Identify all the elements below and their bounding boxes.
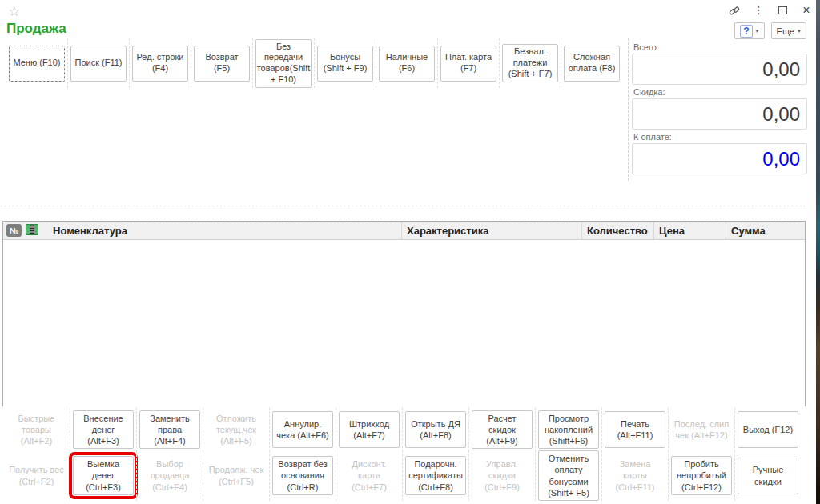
column-header-characteristic: Характеристика xyxy=(401,222,581,239)
sale-toolbar: Меню (F10) Поиск (F11) Ред. строки (F4) … xyxy=(6,38,622,88)
no-goods-transfer-button[interactable]: Без передачи товаров(Shift + F10) xyxy=(255,39,312,88)
barcode-button[interactable]: Штрихкод (Alt+F7) xyxy=(339,411,400,448)
print-button[interactable]: Печать (Alt+F11) xyxy=(605,411,665,448)
total-label: Всего: xyxy=(633,42,807,52)
bottom-bar-row1: Быстрые товары (Alt+F2) Внесение денег (… xyxy=(3,407,801,452)
link-icon[interactable] xyxy=(729,5,740,16)
edit-row-button[interactable]: Ред. строки (F4) xyxy=(132,46,188,82)
favorite-star-icon[interactable]: ☆ xyxy=(8,3,20,20)
cashless-payments-button[interactable]: Безнал. платежи (Shift + F7) xyxy=(502,44,558,82)
quick-goods-button: Быстрые товары (Alt+F2) xyxy=(6,410,67,450)
discount-label: Скидка: xyxy=(633,87,807,97)
column-header-nomenclature: Номенклатура xyxy=(48,222,401,239)
barcode-icon xyxy=(26,223,38,238)
bottom-bar-row2: Получить вес (Ctrl+F2) Выемка денег (Ctr… xyxy=(3,450,801,501)
help-button[interactable]: ? ▾ xyxy=(734,22,764,39)
column-header-sum: Сумма xyxy=(726,222,805,239)
search-button[interactable]: Поиск (F11) xyxy=(70,46,127,82)
open-cash-drawer-button[interactable]: Открыть ДЯ (Alt+F8) xyxy=(405,411,466,448)
separator xyxy=(0,206,806,206)
help-icon: ? xyxy=(740,25,752,38)
more-button[interactable]: Еще ▾ xyxy=(771,22,806,39)
separator xyxy=(0,218,806,218)
hold-receipt-button: Отложить текущ.чек (Alt+F5) xyxy=(206,410,267,450)
withdraw-money-button[interactable]: Выемка денег (Ctrl+F3) xyxy=(73,456,134,495)
items-table-header: № Номенклатура Характеристика Количество… xyxy=(3,222,805,240)
manage-discounts-button: Управл. скидки (Ctrl+F9) xyxy=(472,456,533,495)
to-pay-label: К оплате: xyxy=(633,132,807,142)
replace-card-button: Замена карты (Ctrl+F11) xyxy=(605,456,665,495)
items-table: № Номенклатура Характеристика Количество… xyxy=(2,221,806,406)
row-number-icon: № xyxy=(6,224,22,237)
command-bar: ? ▾ Еще ▾ xyxy=(734,22,806,39)
continue-receipt-button: Продолж. чек (Ctrl+F5) xyxy=(206,458,267,494)
manual-discounts-button[interactable]: Ручные скидки xyxy=(738,458,798,494)
return-no-basis-button[interactable]: Возврат без основания (Ctrl+R) xyxy=(272,456,333,495)
cancel-bonus-payment-button[interactable]: Отменить оплату бонусами (Shift+ F5) xyxy=(538,450,599,501)
header-icons-cell: № xyxy=(3,222,48,239)
view-savings-button[interactable]: Просмотр накоплений (Shift+F6) xyxy=(538,410,599,450)
discount-card-button: Дисконт. карта (Ctrl+F7) xyxy=(339,456,400,495)
chevron-down-icon: ▾ xyxy=(798,27,801,34)
payment-card-button[interactable]: Плат. карта (F7) xyxy=(440,46,496,82)
more-button-label: Еще xyxy=(777,26,794,36)
calc-discounts-button[interactable]: Расчет скидок (Alt+F9) xyxy=(472,410,533,450)
punch-unpunched-button[interactable]: Пробить непробитый (Ctrl+F12) xyxy=(671,456,732,495)
maximize-icon[interactable] xyxy=(777,5,788,16)
deposit-money-button[interactable]: Внесение денег (Alt+F3) xyxy=(73,410,134,450)
get-weight-button: Получить вес (Ctrl+F2) xyxy=(6,458,67,494)
total-field[interactable]: 0,00 xyxy=(632,54,807,85)
menu-button[interactable]: Меню (F10) xyxy=(9,46,65,82)
chevron-down-icon: ▾ xyxy=(756,27,759,34)
cash-button[interactable]: Наличные (F6) xyxy=(379,46,435,82)
select-seller-button: Выбор продавца (Ctrl+F4) xyxy=(139,456,200,495)
return-button[interactable]: Возврат (F5) xyxy=(194,46,250,82)
column-header-quantity: Количество xyxy=(581,222,653,239)
exit-button[interactable]: Выход (F12) xyxy=(738,411,798,448)
items-table-body xyxy=(3,240,805,406)
kebab-menu-icon[interactable]: ⋮ xyxy=(753,5,764,16)
page-title: Продажа xyxy=(6,21,66,37)
desktop-edge-strip xyxy=(816,0,820,504)
bonuses-button[interactable]: Бонусы (Shift + F9) xyxy=(317,46,373,82)
to-pay-field[interactable]: 0,00 xyxy=(632,143,807,174)
gift-certificates-button[interactable]: Подарочн. сертификаты (Ctrl+F8) xyxy=(405,456,466,495)
void-receipt-button[interactable]: Аннулир. чека (Alt+F6) xyxy=(272,411,333,448)
column-header-price: Цена xyxy=(653,222,726,239)
complex-payment-button[interactable]: Сложная оплата (F8) xyxy=(564,46,620,82)
replace-rights-button[interactable]: Заменить права (Alt+F4) xyxy=(139,410,200,450)
close-icon[interactable]: × xyxy=(801,5,812,16)
discount-field[interactable]: 0,00 xyxy=(632,98,807,130)
totals-panel: Всего: 0,00 Скидка: 0,00 К оплате: 0,00 xyxy=(628,38,807,181)
window-controls: ⋮ × xyxy=(729,5,812,16)
last-slip-receipt-button: Послед. слип чек (Alt+F12) xyxy=(671,411,732,448)
